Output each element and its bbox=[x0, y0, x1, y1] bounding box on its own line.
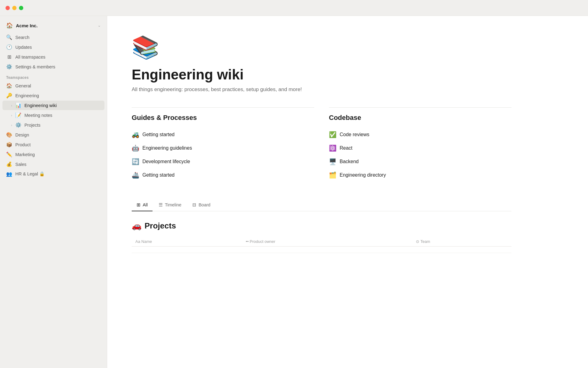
grid-icon: ⊞ bbox=[6, 54, 12, 60]
table-cell bbox=[412, 246, 511, 253]
guide-link-getting-started-1[interactable]: 🚜 Getting started bbox=[132, 128, 314, 141]
codebase-title: Codebase bbox=[329, 114, 511, 122]
sidebar-item-marketing[interactable]: ✏️ Marketing bbox=[2, 150, 104, 159]
sidebar-item-product[interactable]: 📦 Product bbox=[2, 140, 104, 149]
all-icon: ⊞ bbox=[137, 202, 141, 208]
sidebar-item-label: Meeting notes bbox=[24, 113, 101, 118]
projects-heading-text: Projects bbox=[145, 221, 176, 231]
sidebar-item-general[interactable]: 🏠 General bbox=[2, 81, 104, 90]
workspace-icon: 🏠 bbox=[6, 22, 13, 29]
checkbox-icon: ✅ bbox=[329, 131, 337, 138]
sidebar-item-design[interactable]: 🎨 Design bbox=[2, 130, 104, 140]
timeline-icon: ☰ bbox=[159, 202, 163, 208]
codebase-link-label: Code reviews bbox=[340, 132, 369, 137]
col-name-header: Aa Name bbox=[132, 237, 242, 247]
sidebar-item-hr-legal[interactable]: 👥 HR & Legal 🔒 bbox=[2, 169, 104, 179]
tab-timeline[interactable]: ☰ Timeline bbox=[154, 199, 186, 211]
tractor-icon: 🚜 bbox=[132, 131, 139, 138]
page-content: 📚 Engineering wiki All things engineerin… bbox=[107, 16, 536, 278]
sidebar-item-engineering-wiki[interactable]: › 📊 Engineering wiki bbox=[2, 101, 104, 110]
sidebar-item-updates[interactable]: 🕐 Updates bbox=[2, 42, 104, 52]
codebase-link-label: Engineering directory bbox=[340, 172, 386, 178]
notes-icon: 📝 bbox=[15, 112, 21, 118]
guide-link-label: Getting started bbox=[142, 132, 175, 137]
maximize-button[interactable] bbox=[19, 6, 23, 10]
close-button[interactable] bbox=[6, 6, 10, 10]
sidebar-item-meeting-notes[interactable]: › 📝 Meeting notes bbox=[2, 110, 104, 120]
sidebar: 🏠 Acme Inc. ⌄ 🔍 Search 🕐 Updates ⊞ All t… bbox=[0, 0, 107, 368]
minimize-button[interactable] bbox=[12, 6, 17, 10]
monitor-icon: 🖥️ bbox=[329, 158, 337, 165]
tab-label: All bbox=[143, 202, 148, 207]
tab-label: Timeline bbox=[165, 202, 181, 207]
gear-icon: ⚙️ bbox=[6, 64, 12, 70]
table-row bbox=[132, 246, 511, 253]
guide-link-development-lifecycle[interactable]: 🔄 Development lifecycle bbox=[132, 155, 314, 168]
sidebar-item-label: Product bbox=[15, 142, 101, 147]
sidebar-item-sales[interactable]: 💰 Sales bbox=[2, 159, 104, 169]
codebase-link-label: Backend bbox=[340, 159, 359, 164]
sidebar-item-search[interactable]: 🔍 Search bbox=[2, 33, 104, 42]
folder-icon: 🗂️ bbox=[329, 171, 337, 179]
table-cell bbox=[242, 246, 413, 253]
sidebar-item-label: Marketing bbox=[15, 152, 101, 157]
sidebar-item-settings[interactable]: ⚙️ Settings & members bbox=[2, 62, 104, 71]
cycle-icon: 🔄 bbox=[132, 158, 139, 165]
guide-link-label: Engineering guidelines bbox=[142, 145, 192, 151]
guide-link-label: Getting started bbox=[142, 172, 175, 178]
page-subtitle: All things engineering: processes, best … bbox=[132, 86, 511, 93]
projects-heading: 🚗 Projects bbox=[132, 221, 511, 231]
sidebar-item-label: Engineering bbox=[15, 93, 101, 98]
guide-link-getting-started-2[interactable]: 🚢 Getting started bbox=[132, 168, 314, 182]
box-icon: 📦 bbox=[6, 142, 12, 148]
tab-board[interactable]: ⊟ Board bbox=[187, 199, 215, 211]
col-product-owner-header: •• Product owner bbox=[242, 237, 413, 247]
tab-all[interactable]: ⊞ All bbox=[132, 199, 153, 211]
bar-chart-icon: 📊 bbox=[15, 102, 21, 108]
page-title: Engineering wiki bbox=[132, 67, 511, 83]
sidebar-item-label: General bbox=[15, 83, 101, 88]
guides-processes-section: Guides & Processes 🚜 Getting started 🤖 E… bbox=[132, 107, 314, 182]
sidebar-item-label: Engineering wiki bbox=[24, 103, 101, 108]
codebase-link-backend[interactable]: 🖥️ Backend bbox=[329, 155, 511, 168]
teamspaces-label: Teamspaces bbox=[2, 72, 104, 81]
traffic-lights bbox=[6, 6, 23, 10]
chevron-right-icon: › bbox=[11, 113, 12, 117]
pencil-icon: ✏️ bbox=[6, 151, 12, 157]
sidebar-item-label: Projects bbox=[24, 123, 101, 128]
projects-table-header-row: Aa Name •• Product owner ⊙ Team bbox=[132, 237, 511, 247]
codebase-link-engineering-directory[interactable]: 🗂️ Engineering directory bbox=[329, 168, 511, 182]
sidebar-item-projects[interactable]: › ⚙️ Projects bbox=[2, 120, 104, 130]
workspace-header[interactable]: 🏠 Acme Inc. ⌄ bbox=[2, 20, 104, 31]
board-icon: ⊟ bbox=[192, 202, 196, 208]
chevron-right-icon: › bbox=[11, 123, 12, 127]
guide-link-label: Development lifecycle bbox=[142, 159, 190, 164]
col-team-header: ⊙ Team bbox=[412, 237, 511, 247]
codebase-link-code-reviews[interactable]: ✅ Code reviews bbox=[329, 128, 511, 141]
key-icon: 🔑 bbox=[6, 93, 12, 98]
sidebar-item-label: HR & Legal 🔒 bbox=[15, 171, 101, 177]
sidebar-item-engineering[interactable]: 🔑 Engineering bbox=[2, 91, 104, 100]
sidebar-item-all-teamspaces[interactable]: ⊞ All teamspaces bbox=[2, 52, 104, 62]
codebase-link-label: React bbox=[340, 145, 352, 151]
sidebar-item-label: Settings & members bbox=[15, 64, 101, 69]
codebase-section: Codebase ✅ Code reviews ⚛️ React 🖥️ Back… bbox=[329, 107, 511, 182]
codebase-link-react[interactable]: ⚛️ React bbox=[329, 141, 511, 155]
guide-link-engineering-guidelines[interactable]: 🤖 Engineering guidelines bbox=[132, 141, 314, 155]
window-chrome bbox=[0, 0, 588, 16]
main-content: 📚 Engineering wiki All things engineerin… bbox=[107, 0, 588, 368]
workspace-chevron-icon: ⌄ bbox=[98, 23, 101, 28]
people-icon: 👥 bbox=[6, 171, 12, 177]
two-column-section: Guides & Processes 🚜 Getting started 🤖 E… bbox=[132, 107, 511, 182]
page-icon: 📚 bbox=[132, 34, 511, 60]
robot-icon: 🤖 bbox=[132, 144, 139, 152]
projects-emoji: 🚗 bbox=[132, 221, 141, 231]
guides-processes-title: Guides & Processes bbox=[132, 114, 314, 122]
palette-icon: 🎨 bbox=[6, 132, 12, 138]
sidebar-item-label: Sales bbox=[15, 162, 101, 167]
table-cell bbox=[132, 246, 242, 253]
view-tabs: ⊞ All ☰ Timeline ⊟ Board bbox=[132, 199, 511, 211]
sidebar-item-label: Search bbox=[15, 35, 101, 40]
chevron-right-icon: › bbox=[11, 104, 12, 107]
tab-label: Board bbox=[198, 202, 210, 207]
